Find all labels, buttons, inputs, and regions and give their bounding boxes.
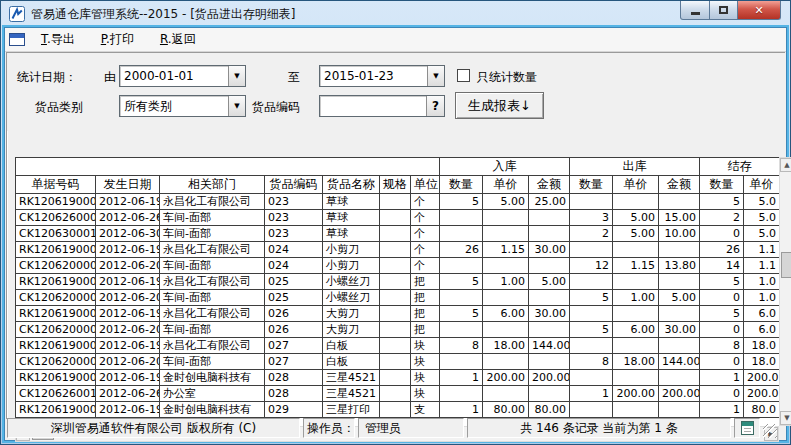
table-row[interactable]: RK12061900052012-06-19永昌化工有限公司025小螺丝刀把51… xyxy=(16,274,780,290)
app-icon xyxy=(9,6,25,22)
vertical-scroll-thumb[interactable] xyxy=(781,252,791,278)
cell: 2012-06-20 xyxy=(96,290,160,306)
cell xyxy=(440,290,483,306)
category-dropdown-icon[interactable]: ▼ xyxy=(228,96,245,116)
table-row[interactable]: CK12062600092012-06-26车间-面部023草球个35.0015… xyxy=(16,210,780,226)
cell: 200.0 xyxy=(744,370,779,386)
col-header-bal-price[interactable]: 单价 xyxy=(744,176,779,194)
table-row[interactable]: CK12062600112012-06-26办公室028三星4521块1200.… xyxy=(16,386,780,402)
cell: 144.00 xyxy=(659,354,700,370)
cell: CK1206200006 xyxy=(16,290,96,306)
menu-item-print[interactable]: P.打印 xyxy=(95,28,140,51)
cell xyxy=(380,258,411,274)
table-row[interactable]: RK12061900052012-06-19永昌化工有限公司024小剪刀个261… xyxy=(16,242,780,258)
cell: 草球 xyxy=(323,226,380,242)
operator-value-panel: 管理员 xyxy=(358,418,464,438)
col-header-out-price[interactable]: 单价 xyxy=(613,176,659,194)
operator-label-panel: 操作员： xyxy=(303,418,355,438)
table-row[interactable]: RK12061900052012-06-19永昌化工有限公司023草球个55.0… xyxy=(16,194,780,210)
cell: 小剪刀 xyxy=(323,242,380,258)
header-blank xyxy=(16,158,440,176)
col-header-in-amount[interactable]: 金额 xyxy=(529,176,570,194)
date-to-combobox[interactable]: 2015-01-23 ▼ xyxy=(319,65,445,87)
record-info-panel: 共 146 条记录 当前为第 1 条 xyxy=(467,418,731,438)
copyright-panel: 深圳管易通软件有限公司 版权所有 (C) xyxy=(7,418,300,438)
table-row[interactable]: CK12063000162012-06-30车间-面部023草球个25.0010… xyxy=(16,226,780,242)
maximize-button[interactable] xyxy=(710,1,738,20)
date-from-dropdown-icon[interactable]: ▼ xyxy=(228,66,245,86)
col-header-in-qty[interactable]: 数量 xyxy=(440,176,483,194)
cell xyxy=(380,274,411,290)
cell: 白板 xyxy=(323,338,380,354)
cell: CK1206260009 xyxy=(16,210,96,226)
resize-grip[interactable] xyxy=(763,424,777,438)
col-header-out-amount[interactable]: 金额 xyxy=(659,176,700,194)
table-row[interactable]: RK12061900042012-06-19金时创电脑科技有028三星4521块… xyxy=(16,370,780,386)
menu-item-return[interactable]: R.返回 xyxy=(154,28,202,51)
cell: 80.0 xyxy=(744,402,779,418)
cell: 2012-06-30 xyxy=(96,226,160,242)
date-from-combobox[interactable]: 2000-01-01 ▼ xyxy=(119,65,246,87)
generate-report-button[interactable]: 生成报表↓ xyxy=(455,92,544,119)
table-row[interactable]: RK12061900052012-06-19永昌化工有限公司026大剪刀把56.… xyxy=(16,306,780,322)
cell: 18.00 xyxy=(613,354,659,370)
col-header-bal-qty[interactable]: 数量 xyxy=(700,176,744,194)
col-header-spec[interactable]: 规格 xyxy=(380,176,411,194)
cell: CK1206200006 xyxy=(16,322,96,338)
col-header-out-qty[interactable]: 数量 xyxy=(570,176,613,194)
category-combobox[interactable]: 所有类别 ▼ xyxy=(119,95,246,117)
table-row[interactable]: CK12062000062012-06-20车间-面部025小螺丝刀把51.00… xyxy=(16,290,780,306)
cell xyxy=(440,354,483,370)
cell: 029 xyxy=(265,402,323,418)
cell: RK1206190004 xyxy=(16,370,96,386)
cell: 草球 xyxy=(323,194,380,210)
cell: 大剪刀 xyxy=(323,322,380,338)
qty-only-checkbox[interactable] xyxy=(457,69,470,82)
cell: 200.00 xyxy=(483,370,529,386)
cell: 2012-06-19 xyxy=(96,274,160,290)
date-to-dropdown-icon[interactable]: ▼ xyxy=(427,66,444,86)
menu-item-export[interactable]: T.导出 xyxy=(35,28,81,51)
col-header-in-price[interactable]: 单价 xyxy=(483,176,529,194)
col-header-doc-no[interactable]: 单据号码 xyxy=(16,176,96,194)
cell: 支 xyxy=(411,402,440,418)
cell: 5.0 xyxy=(744,194,779,210)
col-header-code[interactable]: 货品编码 xyxy=(265,176,323,194)
cell: 车间-面部 xyxy=(160,258,265,274)
cell: 25.00 xyxy=(529,194,570,210)
cell: 永昌化工有限公司 xyxy=(160,306,265,322)
cell: 12 xyxy=(570,258,613,274)
table-row[interactable]: CK12062000062012-06-20车间-面部026大剪刀把56.003… xyxy=(16,322,780,338)
cell: 80.00 xyxy=(483,402,529,418)
table-row[interactable]: CK12062000062012-06-20车间-面部027白板块818.001… xyxy=(16,354,780,370)
cell xyxy=(380,306,411,322)
col-header-dept[interactable]: 相关部门 xyxy=(160,176,265,194)
cell: 车间-面部 xyxy=(160,210,265,226)
cell: 200.0 xyxy=(744,386,779,402)
cell: 5 xyxy=(440,274,483,290)
category-label: 货品类别 xyxy=(35,99,83,116)
cell: 5 xyxy=(700,274,744,290)
close-button[interactable]: ✕ xyxy=(738,1,781,20)
status-bar: 深圳管易通软件有限公司 版权所有 (C) 操作员： 管理员 共 146 条记录 … xyxy=(7,418,784,438)
col-header-name[interactable]: 货品名称 xyxy=(323,176,380,194)
date-from-value: 2000-01-01 xyxy=(120,69,228,83)
scroll-up-icon[interactable]: ▲ xyxy=(780,158,791,172)
cell: 26 xyxy=(440,242,483,258)
table-row[interactable]: RK12061900042012-06-19金时创电脑科技有029三星打印支18… xyxy=(16,402,780,418)
code-input[interactable]: ? xyxy=(319,95,445,117)
cell: 5.00 xyxy=(483,194,529,210)
calc-panel[interactable] xyxy=(734,418,760,438)
col-header-date[interactable]: 发生日期 xyxy=(96,176,160,194)
cell: 个 xyxy=(411,242,440,258)
col-header-unit[interactable]: 单位 xyxy=(411,176,440,194)
table-row[interactable]: CK12062000062012-06-20车间-面部024小剪刀个121.15… xyxy=(16,258,780,274)
cell: 三星4521 xyxy=(323,370,380,386)
cell xyxy=(380,338,411,354)
cell: 6.00 xyxy=(613,322,659,338)
vertical-scrollbar[interactable]: ▲ ▼ xyxy=(779,157,791,426)
minimize-button[interactable] xyxy=(680,1,710,20)
code-lookup-button[interactable]: ? xyxy=(426,96,444,116)
cell: 0 xyxy=(700,386,744,402)
table-row[interactable]: RK12061900052012-06-19永昌化工有限公司027白板块818.… xyxy=(16,338,780,354)
